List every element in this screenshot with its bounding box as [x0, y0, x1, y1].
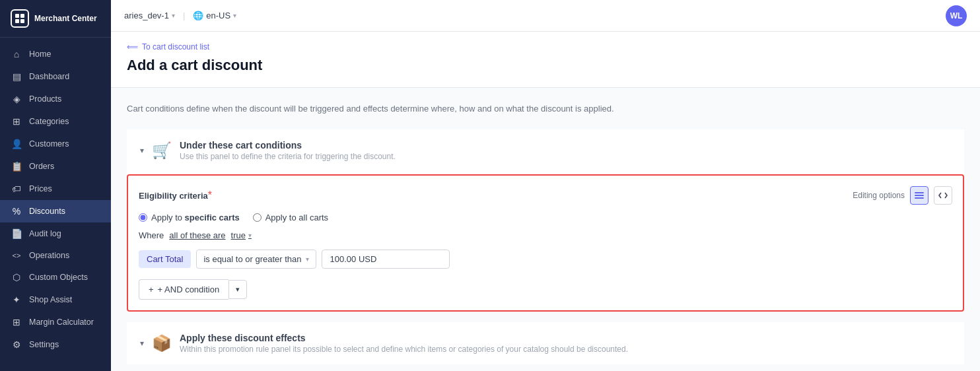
locale-chevron-icon: ▾	[233, 12, 236, 19]
effects-collapse-chevron-icon: ▾	[140, 339, 144, 348]
condition-value-input[interactable]	[322, 250, 450, 269]
sidebar-item-label: Dashboard	[29, 72, 69, 81]
sidebar-item-custom-objects[interactable]: ⬡ Custom Objects	[0, 266, 111, 288]
condition-tag[interactable]: Cart Total	[139, 250, 191, 268]
editing-options-label: Editing options	[853, 191, 905, 200]
svg-rect-6	[915, 197, 924, 199]
products-icon: ◈	[11, 94, 22, 104]
where-value-text: true	[231, 230, 246, 240]
sidebar-item-label: Orders	[29, 162, 54, 171]
sidebar-item-label: Products	[29, 94, 61, 104]
breadcrumb-label: To cart discount list	[142, 42, 209, 51]
page-title: Add a cart discount	[127, 57, 964, 74]
required-indicator: *	[208, 189, 212, 201]
code-view-button[interactable]	[934, 186, 952, 205]
main-content: aries_dev-1 ▾ | 🌐 en-US ▾ WL ⟸ To cart d…	[111, 0, 980, 371]
user-avatar[interactable]: WL	[946, 5, 967, 26]
content-area: ⟸ To cart discount list Add a cart disco…	[111, 32, 980, 371]
where-condition-selector[interactable]: all of these are	[169, 230, 225, 240]
and-condition-button[interactable]: + + AND condition	[139, 279, 228, 300]
and-condition-caret-button[interactable]: ▾	[228, 280, 247, 299]
svg-rect-2	[15, 19, 19, 23]
sidebar-item-discounts[interactable]: % Discounts	[0, 200, 111, 222]
radio-group: Apply to specific carts Apply to all car…	[139, 213, 952, 222]
content-body: Cart conditions define when the discount…	[111, 88, 980, 371]
effects-subtitle: Within this promotion rule panel its pos…	[180, 345, 628, 354]
list-icon	[915, 191, 924, 200]
topbar: aries_dev-1 ▾ | 🌐 en-US ▾ WL	[111, 0, 980, 32]
sidebar-item-label: Home	[29, 50, 51, 59]
locale-selector[interactable]: 🌐 en-US ▾	[193, 11, 236, 20]
sidebar-item-label: Prices	[29, 184, 52, 193]
margin-calculator-icon: ⊞	[11, 317, 22, 327]
orders-icon: 📋	[11, 161, 22, 172]
operations-icon: <>	[11, 252, 22, 259]
eligibility-title-wrap: Eligibility criteria*	[139, 189, 212, 201]
sidebar-item-label: Shop Assist	[29, 295, 72, 304]
sidebar-item-dashboard[interactable]: ▤ Dashboard	[0, 65, 111, 88]
radio-specific-carts[interactable]: Apply to specific carts	[139, 213, 240, 222]
and-condition-wrap: + + AND condition ▾	[139, 279, 952, 300]
cart-conditions-section: ▾ 🛒 Under these cart conditions Use this…	[127, 129, 964, 312]
where-value-selector[interactable]: true ▾	[231, 230, 252, 240]
editing-options: Editing options	[853, 186, 952, 205]
section-description: Cart conditions define when the discount…	[127, 104, 964, 114]
svg-rect-1	[20, 14, 24, 18]
where-label: Where	[139, 230, 164, 240]
topbar-separator: |	[183, 11, 185, 20]
audit-log-icon: 📄	[11, 228, 22, 239]
prices-icon: 🏷	[11, 184, 22, 194]
list-view-button[interactable]	[910, 186, 928, 205]
avatar-initials: WL	[950, 11, 963, 20]
sidebar-item-customers[interactable]: 👤 Customers	[0, 133, 111, 155]
settings-icon: ⚙	[11, 339, 22, 350]
plus-icon: +	[149, 285, 154, 294]
sidebar-item-label: Audit log	[29, 229, 61, 238]
app-name: Merchant Center	[34, 14, 97, 23]
sidebar-item-margin-calculator[interactable]: ⊞ Margin Calculator	[0, 311, 111, 333]
sidebar-item-categories[interactable]: ⊞ Categories	[0, 110, 111, 133]
cart-conditions-subtitle: Use this panel to define the criteria fo…	[180, 152, 396, 161]
globe-icon: 🌐	[193, 11, 203, 20]
radio-all-carts-input[interactable]	[253, 213, 262, 222]
breadcrumb[interactable]: ⟸ To cart discount list	[127, 42, 964, 51]
and-condition-label: + AND condition	[158, 285, 220, 294]
sidebar-item-settings[interactable]: ⚙ Settings	[0, 333, 111, 356]
sidebar-item-label: Categories	[29, 117, 69, 126]
customers-icon: 👤	[11, 139, 22, 149]
project-selector[interactable]: aries_dev-1 ▾	[124, 11, 175, 20]
sidebar: Merchant Center ⌂ Home ▤ Dashboard ◈ Pro…	[0, 0, 111, 371]
sidebar-item-label: Custom Objects	[29, 273, 88, 282]
svg-rect-5	[915, 195, 924, 196]
sidebar-item-label: Margin Calculator	[29, 318, 94, 327]
sidebar-item-label: Operations	[29, 251, 69, 260]
sidebar-item-label: Customers	[29, 139, 69, 149]
sidebar-logo[interactable]: Merchant Center	[0, 0, 111, 38]
sidebar-item-operations[interactable]: <> Operations	[0, 245, 111, 266]
collapse-chevron-icon: ▾	[140, 146, 144, 155]
radio-all-carts[interactable]: Apply to all carts	[253, 213, 328, 222]
eligibility-criteria-box: Eligibility criteria* Editing options	[127, 174, 964, 312]
page-header: ⟸ To cart discount list Add a cart disco…	[111, 32, 980, 88]
discounts-icon: %	[11, 206, 22, 217]
home-icon: ⌂	[11, 49, 22, 59]
condition-operator-text: is equal to or greater than	[203, 254, 301, 264]
project-chevron-icon: ▾	[172, 12, 175, 19]
section-header-cart-conditions[interactable]: ▾ 🛒 Under these cart conditions Use this…	[127, 129, 964, 172]
sidebar-item-orders[interactable]: 📋 Orders	[0, 155, 111, 178]
sidebar-item-shop-assist[interactable]: ✦ Shop Assist	[0, 288, 111, 311]
eligibility-title: Eligibility criteria	[139, 191, 208, 201]
merchant-center-icon	[11, 9, 29, 28]
sidebar-item-home[interactable]: ⌂ Home	[0, 43, 111, 65]
radio-specific-carts-input[interactable]	[139, 213, 147, 222]
radio-all-carts-label: Apply to all carts	[265, 213, 328, 222]
code-icon	[938, 191, 948, 200]
operator-chevron-icon: ▾	[306, 255, 309, 263]
sidebar-item-audit-log[interactable]: 📄 Audit log	[0, 222, 111, 245]
svg-rect-4	[915, 192, 924, 193]
sidebar-item-products[interactable]: ◈ Products	[0, 88, 111, 110]
condition-operator-selector[interactable]: is equal to or greater than ▾	[196, 250, 316, 269]
cart-conditions-title: Under these cart conditions	[180, 140, 396, 151]
section-header-effects[interactable]: ▾ 📦 Apply these discount effects Within …	[127, 322, 964, 364]
sidebar-item-prices[interactable]: 🏷 Prices	[0, 178, 111, 200]
